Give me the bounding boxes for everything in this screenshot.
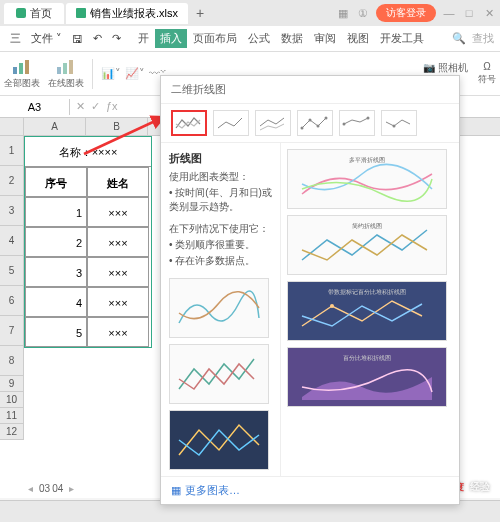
accept-formula-icon[interactable]: ✓ (91, 100, 100, 113)
cell-v2[interactable]: ××× (87, 227, 149, 257)
bell-icon[interactable]: ① (356, 6, 370, 20)
sheet-04[interactable]: 04 (52, 483, 63, 494)
tab-add[interactable]: + (190, 5, 210, 21)
file-menu[interactable]: 文件 ˅ (27, 29, 66, 48)
row-8[interactable]: 8 (0, 346, 24, 376)
line-100pct[interactable] (255, 110, 291, 136)
tab-home-label: 首页 (30, 6, 52, 21)
svg-rect-1 (19, 63, 23, 74)
line-basic[interactable] (171, 110, 207, 136)
svg-text:多平滑折线图: 多平滑折线图 (349, 157, 385, 163)
ribbon-tab-7[interactable]: 开发工具 (375, 29, 429, 48)
select-all-corner[interactable] (0, 118, 24, 135)
gallery-2[interactable]: 简约折线图 (287, 215, 447, 275)
tab-home[interactable]: 首页 (4, 3, 64, 24)
desc-line4: • 类别顺序很重要。 (169, 238, 272, 252)
ribbon-tab-4[interactable]: 数据 (276, 29, 308, 48)
bar-icon[interactable]: 📊˅ (101, 67, 121, 80)
ribbon-tab-5[interactable]: 审阅 (309, 29, 341, 48)
col-a[interactable]: A (24, 118, 86, 135)
row-3[interactable]: 3 (0, 196, 24, 226)
sheet-prev[interactable]: ◂ (24, 481, 37, 496)
more-charts-label: 更多图表… (185, 483, 240, 498)
hamburger-icon[interactable]: 三 (6, 29, 25, 48)
sheet-03[interactable]: 03 (39, 483, 50, 494)
svg-rect-0 (13, 67, 17, 74)
col-b[interactable]: B (86, 118, 148, 135)
name-box[interactable]: A3 (0, 99, 70, 115)
cell-n4[interactable]: 4 (25, 287, 87, 317)
ribbon-tab-2[interactable]: 页面布局 (188, 29, 242, 48)
more-charts-link[interactable]: ▦ 更多图表… (161, 476, 459, 504)
row-2[interactable]: 2 (0, 166, 24, 196)
preview-2[interactable] (169, 344, 269, 404)
tab-document-label: 销售业绩报表.xlsx (90, 6, 178, 21)
row-11[interactable]: 11 (0, 408, 24, 424)
line-stacked[interactable] (213, 110, 249, 136)
svg-point-17 (330, 304, 334, 308)
save-icon[interactable]: 🖫 (68, 31, 87, 47)
row-6[interactable]: 6 (0, 286, 24, 316)
fx-icon[interactable]: ƒx (106, 100, 118, 113)
cell-n1[interactable]: 1 (25, 197, 87, 227)
cell-v4[interactable]: ××× (87, 287, 149, 317)
row-10[interactable]: 10 (0, 392, 24, 408)
cell-n5[interactable]: 5 (25, 317, 87, 347)
online-chart-button[interactable]: 在线图表 (48, 58, 84, 90)
cell-v3[interactable]: ××× (87, 257, 149, 287)
header-seq[interactable]: 序号 (25, 167, 87, 197)
row-9[interactable]: 9 (0, 376, 24, 392)
line-100pct-markers[interactable] (381, 110, 417, 136)
line-icon[interactable]: 📈˅ (125, 67, 145, 80)
sheet-next[interactable]: ▸ (65, 481, 78, 496)
row-4[interactable]: 4 (0, 226, 24, 256)
row-7[interactable]: 7 (0, 316, 24, 346)
search-icon[interactable]: 🔍 (452, 32, 466, 45)
chart-gallery: 多平滑折线图 简约折线图 带数据标记百分比堆积折线图 百分比堆积折线图 (281, 143, 459, 476)
desc-line5: • 存在许多数据点。 (169, 254, 272, 268)
ribbon-tab-0[interactable]: 开 (133, 29, 154, 48)
search-input[interactable]: 查找 (472, 31, 494, 46)
row-12[interactable]: 12 (0, 424, 24, 440)
ribbon-tab-3[interactable]: 公式 (243, 29, 275, 48)
grid-icon[interactable]: ▦ (336, 6, 350, 20)
flyout-description: 折线图 使用此图表类型： • 按时间(年、月和日)或类别显示趋势。 在下列情况下… (161, 143, 281, 476)
symbol-button[interactable]: Ω 符号 (478, 61, 496, 86)
all-charts-label: 全部图表 (4, 77, 40, 90)
preview-3[interactable] (169, 410, 269, 470)
login-button[interactable]: 访客登录 (376, 4, 436, 22)
preview-1[interactable] (169, 278, 269, 338)
all-charts-button[interactable]: 全部图表 (4, 58, 40, 90)
svg-point-10 (325, 117, 328, 120)
svg-rect-5 (69, 60, 73, 74)
gallery-4[interactable]: 百分比堆积折线图 (287, 347, 447, 407)
svg-rect-4 (63, 63, 67, 74)
line-markers[interactable] (297, 110, 333, 136)
header-name[interactable]: 姓名 (87, 167, 149, 197)
cell-n2[interactable]: 2 (25, 227, 87, 257)
minimize-icon[interactable]: — (442, 6, 456, 20)
svg-point-11 (343, 123, 346, 126)
ribbon-tab-insert[interactable]: 插入 (155, 29, 187, 48)
gallery-1[interactable]: 多平滑折线图 (287, 149, 447, 209)
redo-icon[interactable]: ↷ (108, 30, 125, 47)
undo-icon[interactable]: ↶ (89, 30, 106, 47)
camera-label: 照相机 (438, 62, 468, 73)
cell-v1[interactable]: ××× (87, 197, 149, 227)
ribbon-tab-6[interactable]: 视图 (342, 29, 374, 48)
line-stacked-markers[interactable] (339, 110, 375, 136)
tab-document[interactable]: 销售业绩报表.xlsx (66, 3, 188, 24)
data-table: 名称：×××× 序号 姓名 1××× 2××× 3××× 4××× 5××× (24, 136, 152, 348)
row-1[interactable]: 1 (0, 136, 24, 166)
cancel-formula-icon[interactable]: ✕ (76, 100, 85, 113)
gallery-3[interactable]: 带数据标记百分比堆积折线图 (287, 281, 447, 341)
ribbon-tabs: 开 插入 页面布局 公式 数据 审阅 视图 开发工具 (133, 29, 429, 48)
svg-rect-3 (57, 67, 61, 74)
cell-n3[interactable]: 3 (25, 257, 87, 287)
close-icon[interactable]: ✕ (482, 6, 496, 20)
cell-v5[interactable]: ××× (87, 317, 149, 347)
symbol-label: 符号 (478, 73, 496, 86)
table-title[interactable]: 名称：×××× (25, 137, 151, 167)
maximize-icon[interactable]: □ (462, 6, 476, 20)
row-5[interactable]: 5 (0, 256, 24, 286)
